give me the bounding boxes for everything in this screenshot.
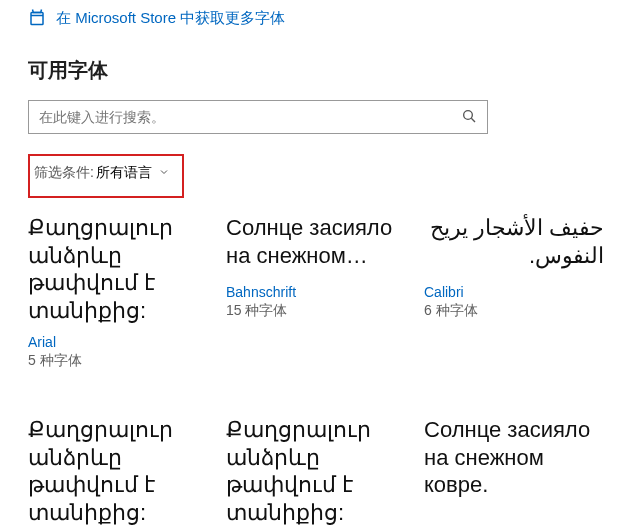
section-title: 可用字体 <box>28 57 604 84</box>
store-link[interactable]: 在 Microsoft Store 中获取更多字体 <box>28 8 604 29</box>
font-name: Calibri <box>424 284 604 300</box>
font-sample: Քաղցրալուր անձրևը թափվում է տանիքից: <box>226 416 406 526</box>
font-card[interactable]: Солнце засияло на снежном… Bahnschrift 1… <box>226 214 406 370</box>
svg-rect-0 <box>31 13 43 25</box>
shopping-bag-icon <box>28 8 46 29</box>
font-count: 6 种字体 <box>424 302 604 320</box>
font-sample: حفيف الأشجار يريح النفوس. <box>424 214 604 274</box>
svg-point-1 <box>464 110 473 119</box>
chevron-down-icon <box>158 165 170 181</box>
filter-label: 筛选条件: <box>34 164 94 182</box>
font-sample: Солнце засияло на снежном ковре. <box>424 416 604 499</box>
store-link-text: 在 Microsoft Store 中获取更多字体 <box>56 9 285 28</box>
font-name: Bahnschrift <box>226 284 406 300</box>
font-card[interactable]: Քաղցրալուր անձրևը թափվում է տանիքից: Ari… <box>28 214 208 370</box>
font-card[interactable]: Քաղցրալուր անձրևը թափվում է տանիքից: <box>226 416 406 526</box>
filter-value: 所有语言 <box>96 164 152 182</box>
search-input[interactable] <box>39 109 461 125</box>
filter-dropdown[interactable]: 筛选条件: 所有语言 <box>28 154 184 198</box>
font-card[interactable]: حفيف الأشجار يريح النفوس. Calibri 6 种字体 <box>424 214 604 370</box>
font-grid: Քաղցրալուր անձրևը թափվում է տանիքից: Ari… <box>28 214 604 526</box>
font-name: Arial <box>28 334 208 350</box>
font-card[interactable]: Քաղցրալուր անձրևը թափվում է տանիքից: <box>28 416 208 526</box>
search-box[interactable] <box>28 100 488 134</box>
font-count: 15 种字体 <box>226 302 406 320</box>
font-count: 5 种字体 <box>28 352 208 370</box>
font-sample: Солнце засияло на снежном… <box>226 214 406 274</box>
svg-line-2 <box>471 118 475 122</box>
font-sample: Քաղցրալուր անձրևը թափվում է տանիքից: <box>28 416 208 526</box>
font-card[interactable]: Солнце засияло на снежном ковре. <box>424 416 604 526</box>
font-sample: Քաղցրալուր անձրևը թափվում է տանիքից: <box>28 214 208 324</box>
search-icon[interactable] <box>461 108 477 127</box>
